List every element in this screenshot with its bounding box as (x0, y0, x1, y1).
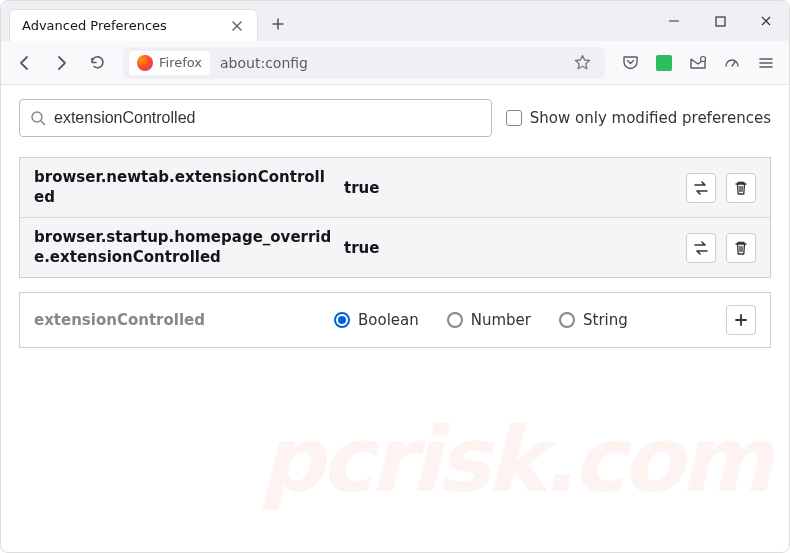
show-only-modified-checkbox[interactable]: Show only modified preferences (506, 109, 771, 127)
tab-close-button[interactable] (227, 18, 247, 34)
new-preference-row: extensionControlled Boolean Number Strin… (19, 292, 771, 348)
radio-string[interactable]: String (559, 311, 628, 329)
page-content: Show only modified preferences browser.n… (1, 85, 789, 362)
pref-value: true (344, 239, 676, 257)
mail-icon[interactable] (683, 48, 713, 78)
svg-rect-0 (716, 17, 725, 26)
firefox-icon (137, 55, 153, 71)
type-radio-group: Boolean Number String (334, 311, 716, 329)
checkbox-icon (506, 110, 522, 126)
radio-icon (559, 312, 575, 328)
forward-button[interactable] (45, 47, 77, 79)
url-text: about:config (212, 55, 564, 71)
preferences-table: browser.newtab.extensionControlled true … (19, 157, 771, 278)
delete-button[interactable] (726, 233, 756, 263)
titlebar: Advanced Preferences (1, 1, 789, 41)
dashboard-icon[interactable] (717, 48, 747, 78)
search-icon (30, 110, 46, 126)
search-input[interactable] (54, 109, 481, 127)
back-button[interactable] (9, 47, 41, 79)
radio-boolean[interactable]: Boolean (334, 311, 419, 329)
close-button[interactable] (743, 1, 789, 41)
svg-point-1 (701, 56, 706, 61)
table-row: browser.startup.homepage_override.extens… (20, 217, 770, 277)
table-row: browser.newtab.extensionControlled true (20, 158, 770, 217)
radio-icon (334, 312, 350, 328)
maximize-button[interactable] (697, 1, 743, 41)
radio-icon (447, 312, 463, 328)
search-row: Show only modified preferences (19, 99, 771, 137)
pref-value: true (344, 179, 676, 197)
radio-label: String (583, 311, 628, 329)
radio-label: Boolean (358, 311, 419, 329)
identity-box[interactable]: Firefox (129, 51, 210, 75)
radio-label: Number (471, 311, 531, 329)
minimize-button[interactable] (651, 1, 697, 41)
bookmark-star-icon[interactable] (566, 50, 599, 75)
tab-title: Advanced Preferences (22, 18, 167, 33)
radio-number[interactable]: Number (447, 311, 531, 329)
delete-button[interactable] (726, 173, 756, 203)
hamburger-menu-icon[interactable] (751, 48, 781, 78)
browser-window: Advanced Preferences (0, 0, 790, 553)
pref-name: browser.newtab.extensionControlled (34, 168, 334, 207)
new-tab-button[interactable] (264, 10, 292, 38)
identity-label: Firefox (159, 55, 202, 70)
pocket-icon[interactable] (615, 48, 645, 78)
window-controls (651, 1, 789, 41)
toggle-button[interactable] (686, 233, 716, 263)
toggle-button[interactable] (686, 173, 716, 203)
urlbar[interactable]: Firefox about:config (123, 47, 605, 79)
preference-search[interactable] (19, 99, 492, 137)
watermark: pcrisk.com (259, 407, 769, 512)
show-only-modified-label: Show only modified preferences (530, 109, 771, 127)
reload-button[interactable] (81, 47, 113, 79)
add-button[interactable] (726, 305, 756, 335)
evernote-icon[interactable] (649, 48, 679, 78)
toolbar: Firefox about:config (1, 41, 789, 85)
pref-name: browser.startup.homepage_override.extens… (34, 228, 334, 267)
browser-tab[interactable]: Advanced Preferences (9, 9, 258, 41)
new-pref-name: extensionControlled (34, 311, 324, 329)
